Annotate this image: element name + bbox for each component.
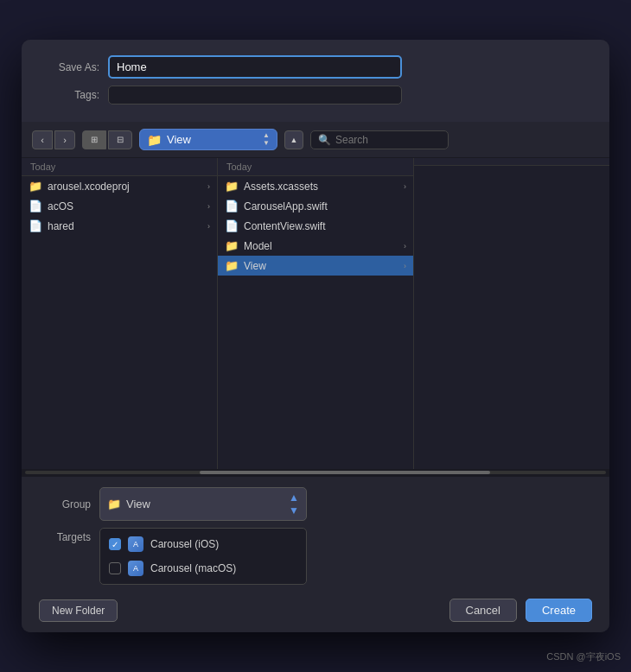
folder-icon: 📁: [29, 180, 42, 193]
targets-label: Targets: [39, 528, 91, 543]
toolbar: ‹ › ⊞ ⊟ 📁 View ▲ ▼: [22, 122, 609, 158]
folder-icon: 📁: [225, 239, 239, 252]
macos-app-icon: A: [128, 561, 143, 576]
expand-button[interactable]: ▲: [284, 130, 303, 149]
swift-file-icon: 📄: [225, 200, 239, 212]
file-name: acOS: [48, 200, 202, 212]
list-item[interactable]: 📄 CarouselApp.swift: [218, 196, 413, 216]
browser-col-3: [414, 158, 609, 469]
col1-header: Today: [22, 158, 217, 176]
stepper-up-icon: ▲: [289, 491, 299, 504]
targets-row: Targets ✓ A Carousel (iOS) A Carousel (m…: [39, 528, 592, 585]
folder-icon: 📁: [147, 133, 162, 147]
file-name: View: [244, 260, 398, 272]
ios-target-name: Carousel (iOS): [150, 538, 219, 550]
file-icon: 📄: [29, 200, 42, 212]
group-label: Group: [39, 498, 91, 510]
list-item[interactable]: 📄 acOS ›: [22, 196, 217, 216]
file-name: hared: [48, 220, 202, 232]
dropdown-arrows: ▲ ▼: [263, 132, 270, 147]
targets-list: ✓ A Carousel (iOS) A Carousel (macOS): [99, 528, 307, 585]
bottom-buttons: New Folder Cancel Create: [39, 599, 592, 622]
cancel-button[interactable]: Cancel: [449, 599, 517, 622]
save-dialog: Save As: Tags: ‹ › ⊞: [22, 40, 609, 632]
column-view-icon: ⊞: [91, 135, 98, 144]
file-name: Assets.xcassets: [244, 181, 398, 193]
list-item[interactable]: 📄 hared ›: [22, 216, 217, 236]
browser-col-1: Today 📁 arousel.xcodeproj › 📄 acOS › 📄 h…: [22, 158, 218, 469]
file-name: Model: [244, 240, 398, 252]
chevron-right-icon: ›: [404, 242, 406, 250]
ios-checkbox[interactable]: ✓: [109, 538, 121, 550]
location-dropdown[interactable]: 📁 View ▲ ▼: [139, 129, 277, 150]
browser-col-2: Today 📁 Assets.xcassets › 📄 CarouselApp.…: [218, 158, 414, 469]
folder-icon: 📁: [225, 180, 239, 193]
nav-buttons: ‹ ›: [32, 130, 75, 149]
swift-file-icon: 📄: [225, 219, 239, 232]
group-value: View: [126, 498, 284, 510]
column-view-button[interactable]: ⊞: [82, 130, 106, 149]
save-as-label: Save As:: [39, 61, 99, 73]
horizontal-scrollbar[interactable]: [22, 469, 609, 476]
tags-input[interactable]: [108, 86, 402, 105]
watermark: CSDN @宇夜iOS: [546, 650, 621, 663]
tags-label: Tags:: [39, 89, 99, 101]
macos-checkbox[interactable]: [109, 562, 121, 574]
search-input[interactable]: [335, 134, 441, 146]
scrollbar-thumb[interactable]: [200, 471, 490, 474]
grid-view-button[interactable]: ⊟: [108, 130, 132, 149]
macos-target-name: Carousel (macOS): [150, 562, 236, 574]
location-label: View: [167, 133, 258, 146]
back-icon: ‹: [41, 135, 44, 145]
expand-icon: ▲: [290, 136, 298, 144]
chevron-right-icon: ›: [207, 222, 210, 231]
ios-app-icon: A: [128, 536, 143, 552]
col2-header: Today: [218, 158, 413, 176]
col3-header: [414, 158, 609, 166]
list-item[interactable]: 📁 Model ›: [218, 236, 413, 256]
arrow-down-icon: ▼: [263, 140, 270, 147]
file-name: ContentView.swift: [244, 220, 406, 232]
scrollbar-track: [25, 471, 606, 474]
tags-row: Tags:: [39, 86, 592, 105]
view-buttons: ⊞ ⊟: [82, 130, 132, 149]
folder-icon: 📁: [225, 259, 239, 272]
create-button[interactable]: Create: [526, 599, 592, 622]
chevron-right-icon: ›: [404, 182, 406, 191]
search-icon: 🔍: [318, 134, 331, 146]
list-item[interactable]: 📁 View ›: [218, 256, 413, 276]
list-item[interactable]: A Carousel (macOS): [100, 556, 306, 580]
arrow-up-icon: ▲: [263, 132, 270, 139]
list-item[interactable]: ✓ A Carousel (iOS): [100, 532, 306, 556]
bottom-section: Group 📁 View ▲ ▼ Targets ✓ A: [22, 476, 609, 632]
save-as-row: Save As:: [39, 55, 592, 79]
list-item[interactable]: 📁 arousel.xcodeproj ›: [22, 176, 217, 196]
file-name: arousel.xcodeproj: [48, 181, 202, 193]
chevron-right-icon: ›: [207, 202, 210, 211]
forward-icon: ›: [63, 135, 67, 145]
file-browser: Today 📁 arousel.xcodeproj › 📄 acOS › 📄 h…: [22, 158, 609, 469]
stepper-down-icon: ▼: [289, 504, 299, 517]
forward-button[interactable]: ›: [54, 130, 75, 149]
new-folder-button[interactable]: New Folder: [39, 599, 118, 622]
file-icon: 📄: [29, 219, 42, 232]
back-button[interactable]: ‹: [32, 130, 53, 149]
folder-icon: 📁: [107, 498, 121, 510]
chevron-right-icon: ›: [207, 182, 210, 191]
save-as-input[interactable]: [108, 55, 402, 79]
group-row: Group 📁 View ▲ ▼: [39, 487, 592, 521]
list-item[interactable]: 📁 Assets.xcassets ›: [218, 176, 413, 196]
dropdown-stepper: ▲ ▼: [289, 491, 299, 517]
list-item[interactable]: 📄 ContentView.swift: [218, 216, 413, 236]
search-box: 🔍: [310, 130, 449, 149]
action-buttons: Cancel Create: [449, 599, 593, 622]
file-name: CarouselApp.swift: [244, 200, 406, 212]
chevron-right-icon: ›: [404, 262, 406, 270]
top-section: Save As: Tags:: [22, 40, 609, 122]
grid-view-icon: ⊟: [117, 135, 124, 144]
group-dropdown[interactable]: 📁 View ▲ ▼: [99, 487, 307, 521]
